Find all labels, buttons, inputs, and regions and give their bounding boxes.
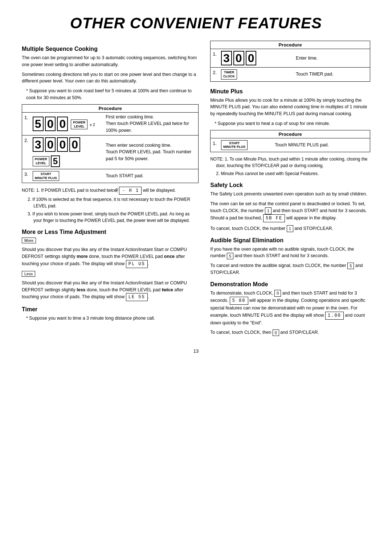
minute-plus-section: Minute Plus Minute Plus allows you to co…	[210, 88, 370, 177]
note-1: NOTE: 1. If POWER LEVEL pad is touched t…	[22, 187, 199, 195]
display-le55: LE 55	[126, 293, 148, 301]
timer-procedure-label: Procedure	[211, 41, 370, 49]
more-text: Should you discover that you like any of…	[22, 246, 199, 268]
timer-clock-key: TIMERCLOCK	[221, 69, 237, 80]
safety-lock-title: Safety Lock	[210, 182, 370, 189]
inline-num-0a: 0	[274, 290, 281, 297]
note-2: 2. If 100% is selected as the final sequ…	[22, 196, 199, 209]
digit-0t1: 0	[233, 51, 244, 65]
demonstration-mode-para2: To cancel, touch CLOCK, then 0 and STOP/…	[210, 329, 370, 336]
step-1-input: 5 0 0 POWERLEVEL x 2	[30, 112, 103, 135]
page-title: OTHER CONVENIENT FEATURES	[22, 15, 370, 32]
audible-signal-para1: If you have the oven operate with no aud…	[210, 246, 370, 260]
step-2-desc: Then enter second cooking time.Touch POW…	[103, 135, 199, 169]
power-level-key-2: POWERLEVEL	[33, 156, 49, 166]
digit-0a: 0	[45, 117, 56, 131]
less-box: Less	[22, 271, 35, 277]
safety-lock-para3: To cancel, touch CLOCK, the number 1 and…	[210, 225, 370, 232]
table-row: 1. 5 0 0 POWERLEVEL	[22, 112, 199, 135]
display-1dot00: 1.00	[325, 312, 344, 320]
digit-3: 3	[33, 137, 44, 152]
more-less-section: More or Less Time Adjustment More Should…	[22, 229, 199, 301]
step-3-desc: Touch START pad.	[103, 169, 199, 183]
mp-note-2: 2. Minute Plus cannot be used with Speci…	[210, 170, 370, 177]
audible-signal-section: Audible Signal Elimination If you have t…	[210, 237, 370, 276]
table-row: 3. STARTMINUTE PLUS Touch START pad.	[22, 169, 199, 183]
right-column: Procedure 1. 3 0 0 Enter time.	[210, 41, 370, 340]
inline-num-1a: 1	[265, 207, 271, 214]
timer-procedure-table: Procedure 1. 3 0 0 Enter time.	[210, 41, 370, 82]
timer-step-2-desc: Touch TIMER pad.	[294, 68, 370, 82]
x2-label: x 2	[90, 122, 95, 127]
display-ph1: P - H 1	[119, 187, 142, 195]
digit-0e: 0	[69, 137, 80, 152]
minute-plus-para: Minute Plus allows you to cook for a min…	[210, 97, 370, 117]
table-row: 1. 3 0 0 Enter time.	[211, 49, 370, 68]
inline-num-0b: 0	[273, 329, 279, 336]
safety-lock-para1: The Safety Lock prevents unwanted oven o…	[210, 191, 370, 198]
safety-lock-para2: The oven can be set so that the control …	[210, 200, 370, 222]
timer-step-1-desc: Enter time.	[294, 49, 370, 68]
display-safe: 5B FE	[263, 214, 285, 222]
multiple-sequence-procedure-table: Procedure 1. 5 0 0	[22, 104, 199, 183]
digit-0b: 0	[57, 117, 68, 131]
digit-5b: 5	[51, 155, 60, 167]
timer-step-num-2: 2.	[211, 68, 219, 82]
more-less-title: More or Less Time Adjustment	[22, 229, 199, 235]
mp-note-1: NOTE: 1. To use Minute Plus, touch pad w…	[210, 156, 370, 169]
digit-0d: 0	[57, 137, 68, 152]
safety-lock-section: Safety Lock The Safety Lock prevents unw…	[210, 182, 370, 232]
step-1-desc: First enter cooking time.Then touch POWE…	[103, 112, 199, 135]
demonstration-mode-section: Demonstration Mode To demonstrate, touch…	[210, 281, 370, 336]
timer-step-num-1: 1.	[211, 49, 219, 68]
timer-title: Timer	[22, 306, 199, 313]
display-5k0: 5 80	[230, 297, 248, 305]
audible-signal-title: Audible Signal Elimination	[210, 237, 370, 244]
multiple-sequence-title: Multiple Sequence Cooking	[22, 46, 199, 52]
page-number: 13	[22, 348, 370, 354]
demonstration-mode-title: Demonstration Mode	[210, 281, 370, 288]
inline-num-5b: 5	[347, 263, 354, 270]
table-row: 2. TIMERCLOCK Touch TIMER pad.	[211, 68, 370, 82]
digit-3t: 3	[221, 51, 232, 65]
minute-plus-procedure-table: Procedure 1. STARTMINUTE PLUS Touch MINU…	[210, 130, 370, 153]
demonstration-mode-para1: To demonstrate, touch CLOCK, 0 and then …	[210, 290, 370, 326]
left-column: Multiple Sequence Cooking The oven can b…	[22, 41, 199, 340]
mp-step-num-1: 1.	[211, 138, 219, 152]
step-3-input: STARTMINUTE PLUS	[30, 169, 103, 183]
inline-num-1b: 1	[287, 225, 293, 232]
mp-step-1-input: STARTMINUTE PLUS	[219, 138, 273, 152]
step-2-input: 3 0 0 0 POWERLEVEL 5	[30, 135, 103, 169]
minute-plus-procedure-label: Procedure	[211, 130, 370, 138]
power-level-key-1: POWERLEVEL	[71, 119, 87, 130]
step-num-2: 2.	[22, 135, 30, 169]
timer-step-2-input: TIMERCLOCK	[219, 68, 294, 82]
step-num-1: 1.	[22, 112, 30, 135]
timer-section: Timer * Suppose you want to time a 3 min…	[22, 306, 199, 322]
multiple-sequence-para1: The oven can be programmed for up to 3 a…	[22, 54, 199, 68]
table-row: 1. STARTMINUTE PLUS Touch MINUTE PLUS pa…	[211, 138, 370, 152]
display-plus: PL US	[126, 260, 148, 268]
inline-num-5a: 5	[227, 253, 233, 260]
multiple-sequence-bullet: * Suppose you want to cook roast beef fo…	[26, 88, 199, 101]
timer-step-1-input: 3 0 0	[219, 49, 294, 68]
start-minute-plus-key-2: STARTMINUTE PLUS	[221, 140, 248, 150]
minute-plus-title: Minute Plus	[210, 88, 370, 95]
table-row: 2. 3 0 0 0 POW	[22, 135, 199, 169]
note-3: 3. If you wish to know power level, simp…	[22, 211, 199, 224]
start-minute-plus-key-1: STARTMINUTE PLUS	[33, 171, 59, 181]
mp-step-1-desc: Touch MINUTE PLUS pad.	[273, 138, 370, 152]
less-text: Should you discover that you like any of…	[22, 280, 199, 301]
digit-0t2: 0	[246, 51, 257, 65]
digit-0c: 0	[45, 137, 56, 152]
more-box: More	[22, 238, 36, 243]
procedure-label: Procedure	[22, 104, 199, 112]
digit-5: 5	[33, 117, 44, 131]
audible-signal-para2: To cancel and restore the audible signal…	[210, 262, 370, 276]
step-num-3: 3.	[22, 169, 30, 183]
timer-bullet: * Suppose you want to time a 3 minute lo…	[26, 315, 199, 322]
multiple-sequence-para2: Sometimes cooking directions tell you to…	[22, 71, 199, 85]
multiple-sequence-section: Multiple Sequence Cooking The oven can b…	[22, 46, 199, 224]
minute-plus-bullet: * Suppose you want to heat a cup of soup…	[215, 120, 370, 127]
